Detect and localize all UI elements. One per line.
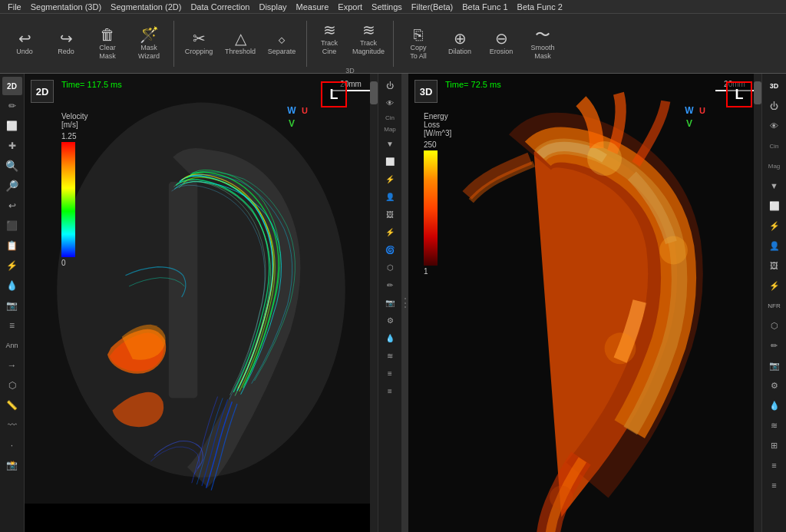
left-tool-layout[interactable]: 📋 [2,236,22,255]
cropping-button[interactable]: ✂ Cropping [179,18,219,70]
right-scrollbar-thumb[interactable] [754,81,761,104]
mid-pen-button[interactable]: ✏ [380,276,400,293]
mask-wizard-button[interactable]: 🪄 MaskWizard [129,18,169,70]
mask-wizard-label: MaskWizard [138,44,160,61]
mid-power-button[interactable]: ⏻ [380,77,400,94]
mid-lines3-button[interactable]: ≡ [380,382,400,399]
mid-gear-button[interactable]: ⚙ [380,312,400,329]
left-tool-point[interactable]: · [2,436,22,454]
right-nfr-label[interactable]: NFR [765,296,784,315]
right-tool-camera[interactable]: 📷 [765,356,784,375]
left-tool-annotation[interactable]: Ann [2,336,22,355]
track-cine-button[interactable]: ≋ TrackCine [312,13,347,65]
menu-file[interactable]: File [3,2,26,12]
left-tool-crosshair[interactable]: ✚ [2,137,22,155]
menu-filter-beta[interactable]: Filter(Beta) [407,2,457,12]
right-tool-gear[interactable]: ⚙ [765,376,784,395]
left-tool-profile[interactable]: 〰 [2,416,22,435]
left-scrollbar-thumb[interactable] [370,81,378,104]
menu-export[interactable]: Export [333,2,367,12]
right-tool-pen[interactable]: ✏ [765,336,784,355]
left-tool-snap[interactable]: 📸 [2,456,22,474]
viewer-right[interactable]: 3D Time= 72.5 ms 20mm Energy Loss [W/m^3… [408,74,761,532]
right-tool-lightning[interactable]: ⚡ [765,216,784,235]
left-tool-pointer[interactable]: → [2,356,22,375]
redo-button[interactable]: ↪ Redo [46,18,86,70]
left-tool-droplet[interactable]: 💧 [2,276,22,295]
left-tool-more[interactable]: ≡ [2,316,22,335]
mid-flash-button[interactable]: ⚡ [380,223,400,240]
right-tool-frame[interactable]: 🖼 [765,256,784,275]
menu-beta-func1[interactable]: Beta Func 1 [457,2,512,12]
right-tool-arrow[interactable]: ▼ [765,177,784,195]
menu-seg2d[interactable]: Segmentation (2D) [106,2,186,12]
mid-lightning-button[interactable]: ⚡ [380,170,400,187]
left-viewer-scrollbar[interactable] [370,74,378,532]
track-magnitude-button[interactable]: ≋ TrackMagnitude [348,13,388,65]
dilation-button[interactable]: ⊕ Dilation [440,18,480,70]
left-w-marker: W [287,105,296,116]
left-tool-select[interactable]: ⬜ [2,117,22,135]
right-tool-flash[interactable]: ⚡ [765,276,784,295]
viewer-divider[interactable] [402,74,408,532]
right-tool-eye[interactable]: 👁 [765,117,784,135]
right-tool-grid[interactable]: ⊞ [765,436,784,454]
mid-hex-button[interactable]: ⬡ [380,259,400,276]
right-tool-power[interactable]: ⏻ [765,97,784,115]
menu-beta-func2[interactable]: Beta Func 2 [513,2,567,12]
mid-lines1-button[interactable]: ≋ [380,347,400,364]
menu-measure[interactable]: Measure [292,2,334,12]
mask-wizard-icon: 🪄 [140,27,159,42]
left-tool-zoom-in[interactable]: 🔍 [2,157,22,175]
right-v-marker-container: V [686,116,692,130]
svg-point-5 [659,236,688,265]
clear-mask-button[interactable]: 🗑 ClearMask [88,18,127,70]
right-viewer-scrollbar[interactable] [754,74,761,532]
energy-min: 1 [424,267,438,276]
mid-select-button[interactable]: ⬜ [380,153,400,170]
left-tool-lightning[interactable]: ⚡ [2,256,22,275]
mid-person-button[interactable]: 👤 [380,188,400,205]
separate-button[interactable]: ⬦ Separate [262,18,302,70]
mid-camera-button[interactable]: 📷 [380,294,400,311]
right-tool-person[interactable]: 👤 [765,236,784,255]
menu-seg3d[interactable]: Segmentation (3D) [26,2,106,12]
right-tool-hex[interactable]: ⬡ [765,316,784,335]
mid-eye-button[interactable]: 👁 [380,94,400,111]
right-tool-lines3[interactable]: ≡ [765,476,784,494]
left-tool-reset[interactable]: ↩ [2,197,22,215]
colorbar-left: Velocity [m/s] 1.25 0 [61,112,75,250]
velocity-gradient [61,142,75,257]
mid-spiral-button[interactable]: 🌀 [380,241,400,258]
mid-frame-button[interactable]: 🖼 [380,206,400,223]
right-tool-lines1[interactable]: ≋ [765,416,784,435]
left-tool-zoom-out[interactable]: 🔎 [2,177,22,195]
smooth-mask-button[interactable]: 〜 SmoothMask [523,18,563,70]
mid-drop-button[interactable]: 💧 [380,329,400,346]
undo-button[interactable]: ↩ Undo [5,18,45,70]
copy-to-all-button[interactable]: ⎘ CopyTo All [398,18,438,70]
menu-settings[interactable]: Settings [367,2,407,12]
threshold-button[interactable]: △ Threshold [220,18,260,70]
left-tool-roi[interactable]: ⬛ [2,216,22,235]
left-tool-2d[interactable]: 2D [2,77,22,95]
right-tool-3d[interactable]: 3D [765,77,784,95]
right-tool-drop[interactable]: 💧 [765,396,784,415]
right-tool-lines2[interactable]: ≡ [765,456,784,474]
mid-arrow-button[interactable]: ▼ [380,135,400,152]
menu-data-correction[interactable]: Data Correction [186,2,254,12]
left-tool-draw[interactable]: ✏ [2,97,22,115]
right-v-marker: V [686,118,692,129]
left-tool-camera[interactable]: 📷 [2,296,22,315]
left-tool-measure[interactable]: 📏 [2,396,22,415]
viewer-right-time: Time= 72.5 ms [445,80,501,89]
svg-point-6 [605,332,636,364]
copy-to-all-icon: ⎘ [414,27,423,42]
mid-lines2-button[interactable]: ≡ [380,365,400,382]
right-tool-select[interactable]: ⬜ [765,197,784,215]
menu-display[interactable]: Display [254,2,291,12]
right-w-marker: W [685,105,693,116]
viewer-left[interactable]: 2D Time= 117.5 ms 20mm Velocity [m/s] 1.… [25,74,378,532]
erosion-button[interactable]: ⊖ Erosion [481,18,521,70]
left-tool-brush[interactable]: ⬡ [2,376,22,395]
